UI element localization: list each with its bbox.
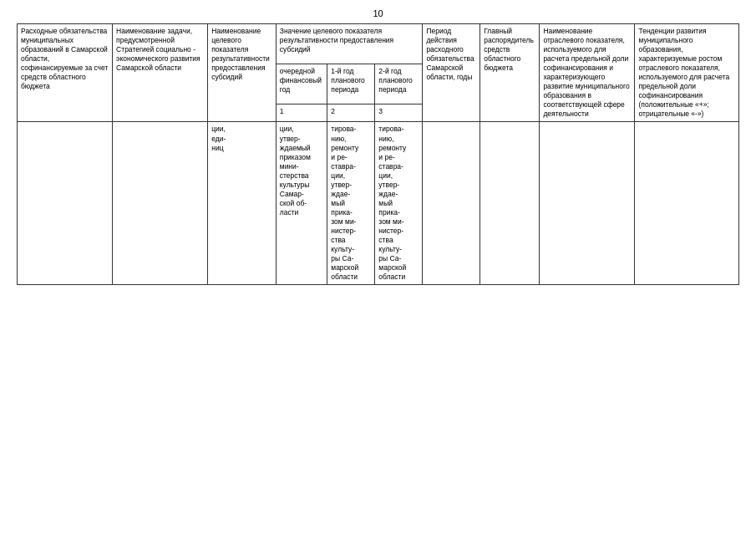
subheader-col-b: 1-й год планового периода (327, 64, 375, 104)
header-col-4-span: Значение целевого показателя результатив… (276, 24, 423, 64)
body-col-1 (18, 122, 113, 285)
num-col-4c: 3 (375, 104, 423, 122)
subheader-col-a: очередной финансовый год (276, 64, 327, 104)
header-col-2: Наименование задачи, предусмотренной Стр… (113, 24, 208, 122)
body-col-6 (480, 122, 540, 285)
header-col-7: Наименование отраслевого показателя, исп… (540, 24, 635, 122)
num-col-4b: 2 (327, 104, 375, 122)
body-col-7 (540, 122, 635, 285)
body-col-4a: ции,утвер-ждаемыйприказоммини-стерстваку… (276, 122, 327, 285)
header-col-6: Главный распорядитель средств областного… (480, 24, 540, 122)
body-col-4b: тирова-нию,ремонтуи ре-ставра-ции,утвер-… (327, 122, 375, 285)
header-col-1: Расходные обязательства муниципальных об… (18, 24, 113, 122)
page-number: 10 (17, 8, 739, 18)
header-col-3: Наименование целевого показателя результ… (208, 24, 277, 122)
body-col-4c: тирова-нию,ремонтуи ре-ставра-ции,утвер-… (375, 122, 423, 285)
main-table: Расходные обязательства муниципальных об… (17, 23, 739, 285)
body-col-5 (423, 122, 480, 285)
table-row: ции,еди-ниц ции,утвер-ждаемыйприказоммин… (18, 122, 739, 285)
header-col-8: Тенденции развития муниципального образо… (635, 24, 739, 122)
body-col-8 (635, 122, 739, 285)
subheader-col-c: 2-й год планового периода (375, 64, 423, 104)
num-col-4a: 1 (276, 104, 327, 122)
table-header-row: Расходные обязательства муниципальных об… (18, 24, 739, 64)
body-col-3: ции,еди-ниц (208, 122, 277, 285)
body-col-2 (113, 122, 208, 285)
page: 10 Расходные обязательства муниципальных… (0, 0, 756, 535)
header-col-5: Период действия расходного обязательства… (423, 24, 480, 122)
